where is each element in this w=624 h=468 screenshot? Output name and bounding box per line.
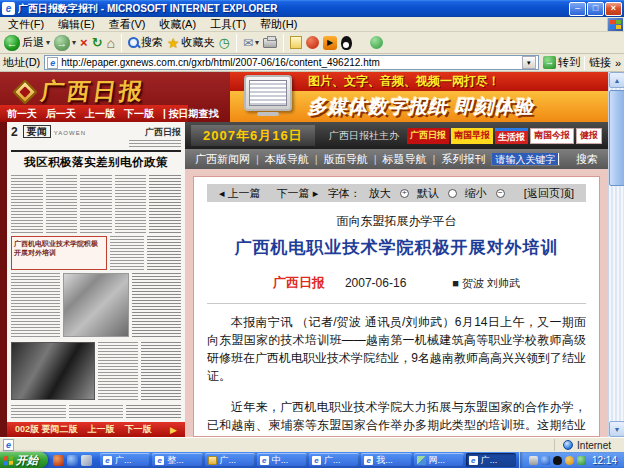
scroll-up-button[interactable]: ▲ [609,72,624,88]
paper-logo-shb[interactable]: 生活报 [495,128,528,144]
thumb-next-page[interactable]: 下一版 [125,423,152,436]
thumb-prev-page[interactable]: 上一版 [88,423,115,436]
prev-article-link[interactable]: ◂ 上一篇 [219,186,261,201]
tray-network-icon[interactable] [541,456,550,465]
history-button[interactable]: ◷ [219,36,230,49]
nav-link-this-page[interactable]: 本版导航 [265,152,309,167]
quick-launch-ie-icon[interactable] [67,455,78,466]
favorites-button[interactable]: ★ 收藏夹 [167,35,215,50]
font-smaller-option[interactable]: 缩小 [465,186,487,201]
address-input[interactable]: e http://epaper.gxnews.com.cn/gxrb/html/… [44,55,539,70]
refresh-button[interactable]: ↻ [92,36,103,49]
edition-nav: 前一天 后一天 上一版 下一版 | 按日期查找 [0,105,188,122]
mail-button[interactable]: ✉ ▾ [243,37,259,49]
tray-security-icon[interactable] [565,456,574,465]
search-submit-button[interactable]: 搜索 [576,152,598,167]
links-label[interactable]: 链接 [589,55,611,70]
paper-logo-gxrb[interactable]: 广西日报 [407,128,449,144]
qq-icon[interactable] [341,36,352,50]
article-toolbar: ◂ 上一篇 下一篇 ▸ 字体： 放大 + 默认 缩小 − [返回页顶] [207,184,586,202]
address-dropdown[interactable]: ▾ [522,56,536,69]
quick-launch-browser-icon[interactable] [53,455,64,466]
tray-volume-icon[interactable] [529,456,538,465]
taskbar-window-button[interactable]: e整... [152,453,202,467]
menu-view[interactable]: 查看(V) [102,17,153,32]
media-player-icon[interactable]: ▶ [323,36,337,50]
thumb-pager-icon[interactable]: ▶ [170,425,177,435]
prev-day-link[interactable]: 前一天 [7,107,37,121]
page-favicon: e [47,57,58,69]
nav-link-series[interactable]: 系列报刊 [441,152,485,167]
article-box: ◂ 上一篇 下一篇 ▸ 字体： 放大 + 默认 缩小 − [返回页顶] [193,176,600,437]
stop-button[interactable]: × [80,36,88,49]
scrollbar-thumb[interactable] [609,90,624,186]
screen: { "window": { "title": "广西日报数字报刊 - MICRO… [0,0,624,468]
taskbar-window-button[interactable]: 广... [205,453,255,467]
font-larger-radio-icon[interactable]: + [400,189,409,198]
ad-banner[interactable]: 图片、文字、音频、视频一网打尽！ 多媒体数字报纸 即刻体验 [230,72,608,122]
close-button[interactable]: × [605,2,622,16]
links-chevron-icon[interactable]: » [615,57,621,69]
paper-logo-ngjb[interactable]: 南国今报 [530,128,574,144]
back-dropdown-icon[interactable]: ▾ [46,38,50,47]
taskbar-window-button[interactable]: 网... [414,453,464,467]
back-to-top-link[interactable]: [返回页顶] [524,186,574,201]
ie-app-icon: e [2,2,15,15]
date-search-link[interactable]: | 按日期查找 [163,107,219,121]
taskbar-window-button-active[interactable]: e广... [466,453,516,467]
realplayer-icon[interactable] [306,36,319,49]
vertical-scrollbar[interactable]: ▲ ▼ [608,72,624,437]
byline-divider [207,303,586,304]
next-article-link[interactable]: 下一篇 ▸ [277,186,319,201]
notes-plugin-icon[interactable] [290,36,302,49]
nav-link-headlines[interactable]: 标题导航 [383,152,427,167]
messenger-icon[interactable] [370,36,383,49]
newspaper-thumbnail[interactable]: 2 要闻 YAOWEN 广西日报 我区积极落实差别电价政策 广 [7,122,185,422]
scroll-down-button[interactable]: ▼ [609,421,624,437]
start-button[interactable]: 开始 [0,452,48,468]
gxrb-logo-text[interactable]: 广西日报 [39,76,147,107]
go-button[interactable]: → 转到 [543,55,580,70]
home-button[interactable]: ⌂ [107,36,115,50]
title-bar[interactable]: e 广西日报数字报刊 - MICROSOFT INTERNET EXPLORER… [0,0,624,17]
nav-link-layout[interactable]: 版面导航 [324,152,368,167]
menu-tools[interactable]: 工具(T) [203,17,253,32]
font-smaller-radio-icon[interactable]: − [496,189,505,198]
tray-update-icon[interactable] [577,456,586,465]
menu-help[interactable]: 帮助(H) [253,17,304,32]
nav-link-gxnews[interactable]: 广西新闻网 [195,152,250,167]
tray-qq-icon[interactable] [553,456,562,465]
maximize-button[interactable]: □ [587,2,604,16]
article-kicker: 面向东盟拓展办学平台 [207,213,586,230]
article-paragraph: 近年来，广西机电职业技术学院大力拓展与东盟国家的合作办学，已和越南、柬埔寨等东盟… [207,398,586,437]
status-bar: e Internet [0,437,624,452]
menu-file[interactable]: 文件(F) [1,17,51,32]
back-button[interactable]: ← 后退 ▾ [4,35,50,51]
minimize-button[interactable]: – [569,2,586,16]
taskbar-window-button[interactable]: e广... [309,453,359,467]
font-default-option[interactable]: 默认 [417,186,439,201]
quick-launch-desktop-icon[interactable] [81,455,92,466]
taskbar-window-button[interactable]: e广... [100,453,150,467]
thumb-headline[interactable]: 我区积极落实差别电价政策 [11,152,181,172]
taskbar-clock[interactable]: 12:14 [592,455,617,466]
menu-favorites[interactable]: 收藏(A) [152,17,203,32]
paper-logo-ngzb[interactable]: 南国早报 [451,128,493,144]
taskbar-window-button[interactable]: e中... [257,453,307,467]
font-default-radio-icon[interactable] [448,189,457,198]
taskbar-window-button[interactable]: e我... [361,453,411,467]
search-button[interactable]: 搜索 [128,35,163,50]
forward-dropdown-icon[interactable]: ▾ [72,38,76,47]
prev-page-link[interactable]: 上一版 [85,107,115,121]
print-button[interactable] [263,38,277,48]
next-day-link[interactable]: 后一天 [46,107,76,121]
favorites-star-icon: ★ [167,36,180,50]
paper-logo-jb[interactable]: 健报 [576,128,602,144]
keyword-search-input[interactable]: 请输入关键字 [491,152,560,166]
menu-edit[interactable]: 编辑(E) [51,17,102,32]
forward-icon: → [54,35,70,51]
next-page-link[interactable]: 下一版 [124,107,154,121]
forward-button[interactable]: → ▾ [54,35,76,51]
thumb-selected-article[interactable]: 广西机电职业技术学院积极开展对外培训 [11,236,107,270]
font-larger-option[interactable]: 放大 [369,186,391,201]
